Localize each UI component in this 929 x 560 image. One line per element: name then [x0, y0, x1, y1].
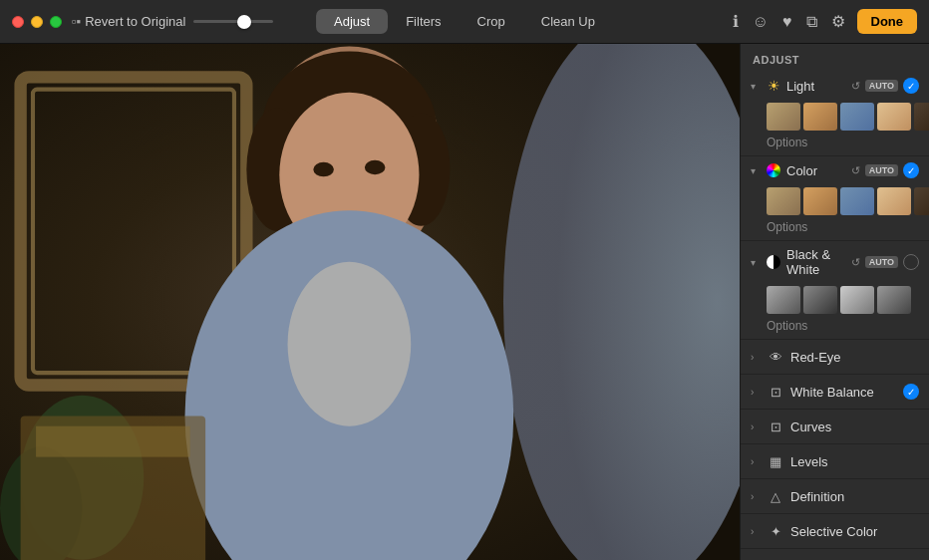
color-thumb-3[interactable] — [840, 187, 874, 215]
tab-crop[interactable]: Crop — [460, 9, 523, 34]
slider-thumb — [237, 15, 251, 29]
bw-thumb-2[interactable] — [803, 286, 837, 314]
light-thumb-4[interactable] — [877, 103, 911, 131]
titlebar: ▫▪ Revert to Original Adjust Filters Cro… — [0, 0, 929, 44]
half-circle-icon — [766, 254, 781, 270]
color-auto-badge[interactable]: AUTO — [865, 164, 898, 176]
titlebar-right: ℹ ☺ ♥ ⧉ ⚙ Done — [731, 9, 917, 34]
color-thumb-2[interactable] — [803, 187, 837, 215]
light-thumbnail-strip — [741, 100, 929, 134]
bw-actions: ↺ AUTO — [851, 254, 919, 270]
color-thumbnail-strip — [741, 184, 929, 218]
done-button[interactable]: Done — [857, 9, 918, 34]
bw-thumb-4[interactable] — [877, 286, 911, 314]
section-color-header[interactable]: ▾ Color ↺ AUTO ✓ — [741, 156, 929, 184]
section-light: ▾ ☀ Light ↺ AUTO ✓ Options — [741, 72, 929, 156]
definition-label: Definition — [790, 489, 919, 504]
photo-image — [0, 44, 740, 560]
settings-button[interactable]: ⚙ — [829, 10, 847, 33]
svg-point-12 — [313, 162, 334, 176]
photo-background — [0, 44, 740, 560]
curves-icon: ⊡ — [767, 418, 784, 435]
bw-reset-icon[interactable]: ↺ — [851, 256, 860, 269]
zoom-slider[interactable] — [193, 20, 273, 23]
selectivecolor-icon: ✦ — [767, 522, 784, 540]
list-item-redeye[interactable]: › 👁 Red-Eye — [741, 340, 929, 375]
window-controls: ▫▪ — [72, 14, 81, 29]
svg-point-13 — [365, 160, 386, 174]
bw-thumb-3[interactable] — [840, 286, 874, 314]
list-item-definition[interactable]: › △ Definition — [741, 479, 929, 514]
bw-toggle-icon[interactable] — [903, 254, 919, 270]
color-options[interactable]: Options — [741, 218, 929, 240]
color-thumb-5[interactable] — [914, 187, 929, 215]
window-layout-icon: ▫▪ — [72, 14, 81, 29]
light-thumb-1[interactable] — [767, 103, 800, 131]
revert-button[interactable]: Revert to Original — [85, 14, 185, 29]
whitebalance-label: White Balance — [790, 385, 897, 400]
light-thumb-2[interactable] — [803, 103, 837, 131]
definition-icon: △ — [767, 487, 784, 505]
photo-area — [0, 44, 740, 560]
light-title: Light — [786, 79, 846, 94]
whitebalance-chevron-icon: › — [751, 387, 761, 398]
tab-filters[interactable]: Filters — [388, 9, 459, 34]
heart-button[interactable]: ♥ — [780, 11, 794, 33]
color-actions: ↺ AUTO ✓ — [851, 162, 919, 178]
curves-label: Curves — [790, 420, 919, 434]
light-thumb-5[interactable] — [914, 103, 929, 131]
bw-thumb-1[interactable] — [767, 286, 800, 314]
selectivecolor-chevron-icon: › — [751, 526, 761, 537]
section-bw-header[interactable]: ▾ Black & White ↺ AUTO — [741, 241, 929, 283]
bw-chevron-icon: ▾ — [751, 257, 761, 268]
sun-icon: ☀ — [766, 78, 781, 94]
curves-chevron-icon: › — [751, 421, 761, 432]
light-check-icon[interactable]: ✓ — [903, 78, 919, 94]
tab-cleanup[interactable]: Clean Up — [523, 9, 613, 34]
levels-icon: ▦ — [767, 452, 784, 470]
color-title: Color — [786, 163, 846, 178]
list-item-noisereduction[interactable]: › ⊞ Noise Reduction — [741, 549, 929, 560]
levels-label: Levels — [790, 454, 919, 469]
list-item-levels[interactable]: › ▦ Levels — [741, 444, 929, 479]
color-reset-icon[interactable]: ↺ — [851, 164, 860, 177]
color-circle-icon — [766, 162, 781, 178]
main-content: ADJUST ▾ ☀ Light ↺ AUTO ✓ Options — [0, 44, 929, 560]
definition-chevron-icon: › — [751, 491, 761, 502]
maximize-button[interactable] — [50, 16, 62, 28]
bw-title: Black & White — [786, 247, 846, 277]
emoji-button[interactable]: ☺ — [751, 11, 771, 33]
bw-options[interactable]: Options — [741, 317, 929, 339]
tab-adjust[interactable]: Adjust — [316, 9, 388, 34]
light-actions: ↺ AUTO ✓ — [851, 78, 919, 94]
section-light-header[interactable]: ▾ ☀ Light ↺ AUTO ✓ — [741, 72, 929, 100]
list-item-curves[interactable]: › ⊡ Curves — [741, 410, 929, 444]
list-item-selectivecolor[interactable]: › ✦ Selective Color — [741, 514, 929, 549]
section-blackwhite: ▾ Black & White ↺ AUTO Options — [741, 241, 929, 340]
light-thumb-3[interactable] — [840, 103, 874, 131]
color-check-icon[interactable]: ✓ — [903, 162, 919, 178]
nav-tabs: Adjust Filters Crop Clean Up — [316, 9, 613, 34]
levels-chevron-icon: › — [751, 456, 761, 467]
color-thumb-1[interactable] — [767, 187, 800, 215]
svg-point-11 — [288, 262, 412, 426]
redeye-icon: 👁 — [767, 348, 784, 366]
svg-point-1 — [503, 44, 740, 560]
panel-header: ADJUST — [741, 44, 929, 72]
color-chevron-icon: ▾ — [751, 165, 761, 176]
close-button[interactable] — [12, 16, 24, 28]
minimize-button[interactable] — [31, 16, 43, 28]
light-auto-badge[interactable]: AUTO — [865, 80, 898, 92]
info-button[interactable]: ℹ — [731, 10, 741, 33]
section-color: ▾ Color ↺ AUTO ✓ Options — [741, 156, 929, 241]
redeye-label: Red-Eye — [790, 350, 919, 365]
right-panel: ADJUST ▾ ☀ Light ↺ AUTO ✓ Options — [740, 44, 929, 560]
list-item-whitebalance[interactable]: › ⊡ White Balance ✓ — [741, 375, 929, 410]
color-thumb-4[interactable] — [877, 187, 911, 215]
light-options[interactable]: Options — [741, 134, 929, 155]
svg-rect-17 — [36, 426, 190, 457]
light-reset-icon[interactable]: ↺ — [851, 80, 860, 93]
copy-button[interactable]: ⧉ — [804, 11, 819, 33]
bw-auto-badge[interactable]: AUTO — [865, 256, 898, 268]
whitebalance-icon: ⊡ — [767, 383, 784, 401]
